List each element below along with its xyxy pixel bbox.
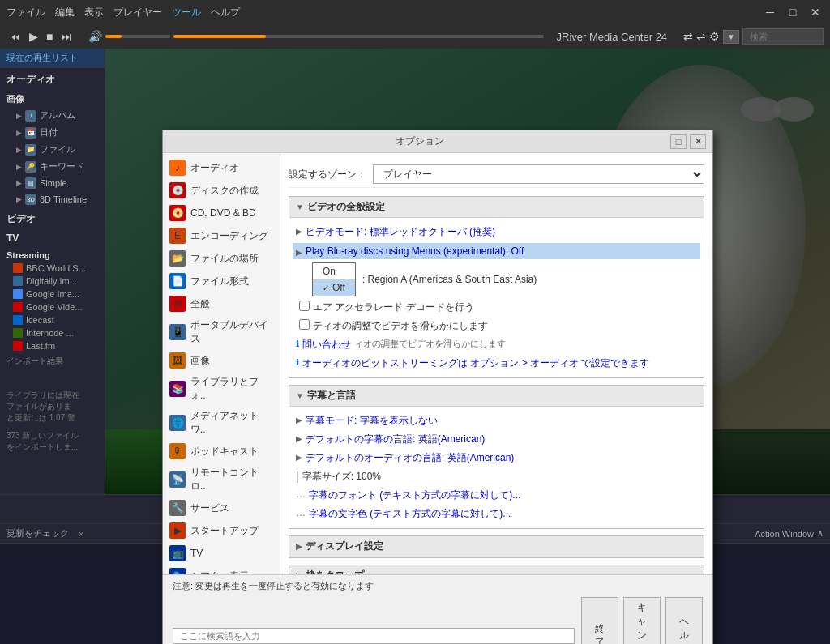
left-sidebar: 現在の再生リスト オーディオ 画像 ▶ ♪ アルバム ▶ 📅 日付 ▶ 📁 ファ… [0, 49, 105, 494]
sub-lang-triangle: ▶ [296, 434, 302, 443]
bluray-text[interactable]: Play Blu-ray discs using Menus (experime… [306, 245, 524, 257]
minimize-button[interactable]: ─ [762, 4, 778, 20]
display-header[interactable]: ▶ ディスプレイ設定 [289, 536, 704, 557]
crop-header[interactable]: ▶ 枠をクロップ [289, 565, 704, 574]
zone-selector: 設定するゾーン： プレイヤー [289, 161, 704, 188]
sidebar-album[interactable]: ▶ ♪ アルバム [0, 107, 105, 124]
dialog-sidebar-audio[interactable]: ♪ オーディオ [163, 156, 280, 179]
subtitle-mode-text[interactable]: 字幕モード: 字幕を表示しない [306, 414, 438, 428]
sidebar-audio[interactable]: オーディオ [0, 68, 105, 88]
help-button[interactable]: ヘルプ [665, 597, 703, 644]
sidebar-date[interactable]: ▶ 📅 日付 [0, 124, 105, 141]
bitstream-text[interactable]: オーディオのビットストリーミングは オプション > オーディオ で設定できます [302, 356, 649, 370]
streaming-icecast[interactable]: Icecast [0, 313, 105, 326]
seek-bar[interactable] [173, 35, 543, 38]
dialog-sidebar-disc[interactable]: 💿 ディスクの作成 [163, 179, 280, 202]
dialog-sidebar-fileloc[interactable]: 📂 ファイルの場所 [163, 247, 280, 270]
subtitle-font-text[interactable]: 字幕のフォント (テキスト方式の字幕に対して)... [309, 488, 520, 502]
dialog-sidebar-podcast[interactable]: 🎙 ポッドキャスト [163, 440, 280, 463]
menu-edit[interactable]: 編集 [55, 6, 75, 19]
sidebar-simple[interactable]: ▶ ▤ Simple [0, 175, 105, 191]
menu-view[interactable]: 表示 [84, 6, 104, 19]
settings-icon[interactable]: ⚙ [709, 30, 720, 43]
dialog-sidebar-portable[interactable]: 📱 ポータブルデバイス [163, 315, 280, 349]
display-title: ディスプレイ設定 [306, 540, 383, 553]
footer-buttons: 終了 キャンセル ヘルプ [581, 597, 703, 644]
update-close-button[interactable]: × [79, 529, 83, 539]
playlist-header: 現在の再生リスト [0, 49, 105, 68]
menu-tools[interactable]: ツール [172, 6, 201, 19]
hardware-accel-checkbox[interactable] [299, 301, 310, 311]
inquiry-text[interactable]: 問い合わせ [302, 338, 351, 352]
window-controls: ─ □ ✕ [762, 4, 824, 20]
dropdown-row: On ✓Off : Region A (Americas & South Eas… [296, 261, 697, 298]
smooth-video-checkbox[interactable] [299, 319, 310, 330]
action-window-link[interactable]: Action Window ∧ [755, 528, 824, 539]
streaming-bbc[interactable]: BBC World S... [0, 262, 105, 275]
dialog-search-input[interactable] [173, 628, 575, 644]
maximize-button[interactable]: □ [785, 4, 801, 20]
subtitle-header[interactable]: ▼ 字幕と言語 [289, 386, 704, 407]
subtitle-color-text[interactable]: 字幕の文字色 (テキスト方式の字幕に対して)... [309, 507, 511, 521]
sidebar-video[interactable]: ビデオ [0, 207, 105, 228]
off-option[interactable]: ✓Off [313, 279, 355, 296]
menu-help[interactable]: ヘルプ [211, 6, 240, 19]
inquiry-hint: ィオの調整でビデオを滑らかにします [354, 338, 506, 350]
dialog-sidebar-startup[interactable]: ▶ スタートアップ [163, 519, 280, 542]
dialog-sidebar-library[interactable]: 📚 ライブラリとフォ... [163, 372, 280, 406]
bbc-icon [13, 263, 23, 273]
sidebar-tv[interactable]: TV [0, 228, 105, 245]
dialog-sidebar-tv[interactable]: 📺 TV [163, 542, 280, 565]
menu-file[interactable]: ファイル [6, 6, 45, 19]
action-window-collapse[interactable]: ∧ [817, 528, 824, 539]
play-button[interactable]: ▶ [26, 28, 41, 45]
dialog-sidebar-services[interactable]: 🔧 サービス [163, 497, 280, 519]
dialog-sidebar-theater[interactable]: 🎭 シアター表示 [163, 565, 280, 574]
dialog-sidebar-cddvd[interactable]: 📀 CD, DVD & BD [163, 202, 280, 224]
update-check-link[interactable]: 更新をチェック [6, 527, 69, 540]
sidebar-streaming[interactable]: Streaming [0, 245, 105, 262]
dialog-sidebar: ♪ オーディオ 💿 ディスクの作成 📀 CD, DVD & BD E エンコーデ… [163, 153, 280, 574]
dialog-close-button[interactable]: ✕ [690, 134, 706, 149]
video-global-header[interactable]: ▼ ビデオの全般設定 [289, 197, 704, 218]
video-global-title: ビデオの全般設定 [307, 200, 385, 214]
stop-button[interactable]: ■ [43, 28, 56, 45]
on-option[interactable]: On [313, 263, 355, 279]
sidebar-keyword[interactable]: ▶ 🔑 キーワード [0, 158, 105, 175]
dialog-sidebar-fileformat[interactable]: 📄 ファイル形式 [163, 270, 280, 292]
streaming-google-video[interactable]: Google Vide... [0, 301, 105, 313]
streaming-google-images[interactable]: Google Ima... [0, 288, 105, 301]
prev-button[interactable]: ⏮ [6, 28, 24, 45]
dialog-sidebar-medianet[interactable]: 🌐 メディアネットワ... [163, 406, 280, 440]
search-input[interactable] [742, 28, 824, 45]
cancel-button[interactable]: キャンセル [623, 597, 661, 644]
sidebar-image[interactable]: 画像 [0, 88, 105, 107]
dialog-sidebar-general[interactable]: ⚙ 全般 [163, 292, 280, 315]
zone-select[interactable]: プレイヤー [373, 164, 704, 184]
subtitle-lang-text[interactable]: デフォルトの字幕の言語: 英語(American) [306, 433, 485, 446]
dialog-sidebar-image[interactable]: 🖼 画像 [163, 349, 280, 372]
dialog-sidebar-encoding[interactable]: E エンコーディング [163, 224, 280, 247]
koala-ear-right [773, 97, 814, 122]
end-button[interactable]: 終了 [581, 597, 618, 644]
dialog-sidebar-remote[interactable]: 📡 リモートコントロ... [163, 463, 280, 497]
menu-player[interactable]: プレイヤー [113, 6, 162, 19]
dialog-maximize-button[interactable]: □ [670, 134, 687, 149]
sidebar-3dtimeline[interactable]: ▶ 3D 3D Timeline [0, 191, 105, 207]
streaming-digitally[interactable]: Digitally Im... [0, 275, 105, 288]
file-icon: 📁 [25, 144, 36, 156]
keyword-icon: 🔑 [25, 161, 36, 173]
player-bar: ⏮ ▶ ■ ⏭ 🔊 JRiver Media Center 24 ⇄ ⇌ ⚙ ▼ [0, 24, 830, 49]
streaming-internode[interactable]: Internode ... [0, 326, 105, 339]
next-button[interactable]: ⏭ [58, 28, 75, 45]
bluray-item[interactable]: ▶ Play Blu-ray discs using Menus (experi… [293, 243, 700, 259]
streaming-lastfm[interactable]: Last.fm [0, 339, 105, 352]
dialog-search-bar: 終了 キャンセル ヘルプ [173, 597, 703, 644]
sidebar-file[interactable]: ▶ 📁 ファイル [0, 141, 105, 158]
hardware-accel-item: エア アクセラレード デコードを行う [296, 298, 697, 317]
volume-slider[interactable] [105, 35, 170, 38]
audio-lang-text[interactable]: デフォルトのオーディオの言語: 英語(American) [306, 451, 514, 465]
dropdown-arrow[interactable]: ▼ [723, 30, 739, 44]
video-mode-text[interactable]: ビデオモード: 標準レッドオクトーバ (推奨) [306, 225, 495, 239]
close-button[interactable]: ✕ [807, 4, 824, 20]
